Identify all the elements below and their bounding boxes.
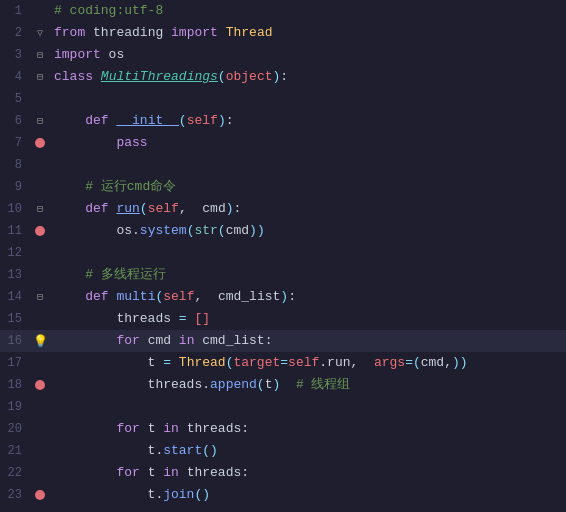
breakpoint-23 <box>35 490 45 500</box>
line-num-12: 12 <box>0 246 30 260</box>
line-content-21: t.start() <box>50 440 566 462</box>
line-content-19 <box>50 396 566 418</box>
gutter-10[interactable]: ⊟ <box>30 203 50 215</box>
gutter-11 <box>30 226 50 236</box>
gutter-7 <box>30 138 50 148</box>
line-15: 15 threads = [] <box>0 308 566 330</box>
line-num-14: 14 <box>0 290 30 304</box>
line-content-11: os.system(str(cmd)) <box>50 220 566 242</box>
line-11: 11 os.system(str(cmd)) <box>0 220 566 242</box>
fold-arrow-14[interactable]: ⊟ <box>37 291 43 303</box>
gutter-23 <box>30 490 50 500</box>
line-content-9: # 运行cmd命令 <box>50 176 566 198</box>
line-21: 21 t.start() <box>0 440 566 462</box>
line-20: 20 for t in threads: <box>0 418 566 440</box>
line-content-16: for cmd in cmd_list: <box>50 330 566 352</box>
line-content-1: # coding:utf-8 <box>50 0 566 22</box>
line-23: 23 t.join() <box>0 484 566 506</box>
line-content-17: t = Thread(target=self.run, args=(cmd,)) <box>50 352 566 374</box>
line-num-19: 19 <box>0 400 30 414</box>
gutter-18 <box>30 380 50 390</box>
breakpoint-11 <box>35 226 45 236</box>
line-8: 8 <box>0 154 566 176</box>
line-num-4: 4 <box>0 70 30 84</box>
gutter-16: 💡 <box>30 334 50 349</box>
line-14: 14 ⊟ def multi(self, cmd_list): <box>0 286 566 308</box>
line-num-20: 20 <box>0 422 30 436</box>
line-10: 10 ⊟ def run(self, cmd): <box>0 198 566 220</box>
line-2: 2 ▽ from threading import Thread <box>0 22 566 44</box>
line-num-23: 23 <box>0 488 30 502</box>
line-content-5 <box>50 88 566 110</box>
code-editor: 1 # coding:utf-8 2 ▽ from threading impo… <box>0 0 566 512</box>
line-num-21: 21 <box>0 444 30 458</box>
line-content-23: t.join() <box>50 484 566 506</box>
line-num-22: 22 <box>0 466 30 480</box>
breakpoint-18 <box>35 380 45 390</box>
line-1: 1 # coding:utf-8 <box>0 0 566 22</box>
line-num-18: 18 <box>0 378 30 392</box>
line-content-12 <box>50 242 566 264</box>
fold-arrow-10[interactable]: ⊟ <box>37 203 43 215</box>
line-content-15: threads = [] <box>50 308 566 330</box>
line-num-2: 2 <box>0 26 30 40</box>
line-num-15: 15 <box>0 312 30 326</box>
line-4: 4 ⊟ class MultiThreadings(object): <box>0 66 566 88</box>
line-5: 5 <box>0 88 566 110</box>
line-9: 9 # 运行cmd命令 <box>0 176 566 198</box>
line-content-22: for t in threads: <box>50 462 566 484</box>
line-content-20: for t in threads: <box>50 418 566 440</box>
line-19: 19 <box>0 396 566 418</box>
line-12: 12 <box>0 242 566 264</box>
line-3: 3 ⊟ import os <box>0 44 566 66</box>
line-6: 6 ⊟ def __init__(self): <box>0 110 566 132</box>
line-content-4: class MultiThreadings(object): <box>50 66 566 88</box>
line-content-13: # 多线程运行 <box>50 264 566 286</box>
line-num-17: 17 <box>0 356 30 370</box>
line-content-14: def multi(self, cmd_list): <box>50 286 566 308</box>
line-num-8: 8 <box>0 158 30 172</box>
line-17: 17 t = Thread(target=self.run, args=(cmd… <box>0 352 566 374</box>
breakpoint-7 <box>35 138 45 148</box>
fold-arrow-6[interactable]: ⊟ <box>37 115 43 127</box>
line-num-9: 9 <box>0 180 30 194</box>
line-13: 13 # 多线程运行 <box>0 264 566 286</box>
gutter-4[interactable]: ⊟ <box>30 71 50 83</box>
fold-arrow-4[interactable]: ⊟ <box>37 71 43 83</box>
line-content-10: def run(self, cmd): <box>50 198 566 220</box>
line-num-5: 5 <box>0 92 30 106</box>
line-18: 18 threads.append(t) # 线程组 <box>0 374 566 396</box>
line-num-11: 11 <box>0 224 30 238</box>
line-num-1: 1 <box>0 4 30 18</box>
gutter-3[interactable]: ⊟ <box>30 49 50 61</box>
line-22: 22 for t in threads: <box>0 462 566 484</box>
line-content-3: import os <box>50 44 566 66</box>
gutter-2[interactable]: ▽ <box>30 27 50 39</box>
gutter-14[interactable]: ⊟ <box>30 291 50 303</box>
lightbulb-16: 💡 <box>33 334 48 349</box>
line-num-10: 10 <box>0 202 30 216</box>
fold-arrow-2[interactable]: ▽ <box>37 27 43 39</box>
line-num-7: 7 <box>0 136 30 150</box>
line-content-2: from threading import Thread <box>50 22 566 44</box>
line-content-7: pass <box>50 132 566 154</box>
line-num-3: 3 <box>0 48 30 62</box>
line-content-6: def __init__(self): <box>50 110 566 132</box>
line-7: 7 pass <box>0 132 566 154</box>
line-num-13: 13 <box>0 268 30 282</box>
fold-arrow-3[interactable]: ⊟ <box>37 49 43 61</box>
line-content-8 <box>50 154 566 176</box>
line-num-6: 6 <box>0 114 30 128</box>
gutter-6[interactable]: ⊟ <box>30 115 50 127</box>
line-16: 16 💡 for cmd in cmd_list: <box>0 330 566 352</box>
line-content-18: threads.append(t) # 线程组 <box>50 374 566 396</box>
line-num-16: 16 <box>0 334 30 348</box>
